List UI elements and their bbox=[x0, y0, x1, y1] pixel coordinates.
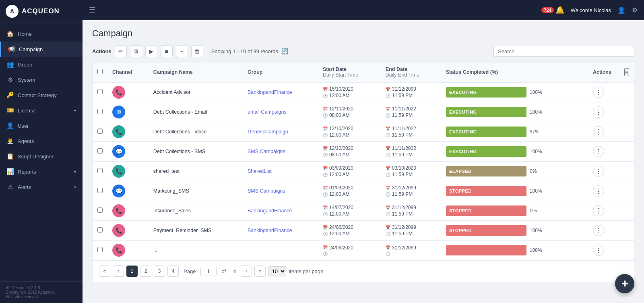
status-cell: EXECUTING 100% bbox=[441, 82, 588, 102]
copy-button[interactable]: ⧉ bbox=[130, 45, 142, 57]
row-checkbox[interactable] bbox=[97, 89, 103, 94]
row-action-menu-button[interactable]: ⋮ bbox=[593, 245, 604, 256]
sidebar-item-alerts[interactable]: ⚠ Alerts ▾ bbox=[0, 179, 83, 195]
sidebar-item-group[interactable]: 👥 Group bbox=[0, 57, 83, 72]
page-button-3[interactable]: 3 bbox=[154, 266, 165, 277]
records-info: Showing 1 - 10 of 39 records bbox=[211, 48, 278, 54]
row-action-menu-button[interactable]: ⋮ bbox=[593, 106, 604, 118]
license-icon: 🎫 bbox=[6, 107, 14, 114]
row-action-menu-button[interactable]: ⋮ bbox=[593, 185, 604, 197]
alerts-icon: ⚠ bbox=[6, 183, 14, 191]
campaign-name-cell: Accident Advisor bbox=[149, 82, 243, 102]
group-cell: SMS Campaigns bbox=[243, 181, 318, 201]
status-bar-wrap: ELAPSED 0% bbox=[446, 166, 583, 176]
search-input[interactable] bbox=[493, 46, 634, 57]
sidebar-item-label: License bbox=[18, 108, 36, 114]
row-action-menu-button[interactable]: ⋮ bbox=[593, 146, 604, 157]
start-date-cell: 📅 24/06/2020 🕐 12:00 AM bbox=[323, 224, 376, 237]
row-checkbox[interactable] bbox=[97, 227, 103, 232]
sidebar-item-system[interactable]: ⚙ System bbox=[0, 72, 83, 87]
row-action-menu-button[interactable]: ⋮ bbox=[593, 126, 604, 137]
sidebar-item-label: Alerts bbox=[18, 184, 31, 190]
start-date-cell: 📅 12/10/2020 🕐 08:00 AM bbox=[323, 106, 376, 118]
page-input[interactable] bbox=[200, 267, 217, 276]
select-all-checkbox[interactable] bbox=[97, 69, 103, 74]
row-checkbox[interactable] bbox=[97, 109, 103, 114]
campaign-table: Channel Campaign Name Group Start DateDa… bbox=[92, 62, 634, 282]
bell-icon: 🔔 bbox=[555, 6, 564, 15]
first-page-button[interactable]: « bbox=[99, 266, 110, 277]
settings-icon[interactable]: ⚙ bbox=[632, 6, 638, 14]
version-text: AE Version: 4.2.1.8 bbox=[6, 286, 77, 290]
table-settings-button[interactable]: ≡ bbox=[624, 68, 629, 76]
channel-icon: ✉ bbox=[112, 106, 125, 118]
row-action-menu-button[interactable]: ⋮ bbox=[593, 225, 604, 236]
end-date-cell: 📅 11/11/2022 🕐 11:59 PM bbox=[386, 126, 436, 138]
fab-button[interactable]: ✚ bbox=[615, 274, 634, 293]
table-row: 📞 Accident Advisor BankingandFinance 📅 1… bbox=[93, 82, 634, 102]
sidebar-item-label: Home bbox=[18, 31, 32, 37]
table-row: 📞 Insurance_Sales BankingandFinance 📅 14… bbox=[93, 201, 634, 221]
minus-button[interactable]: − bbox=[176, 45, 188, 57]
sidebar-item-user[interactable]: 👤 User bbox=[0, 118, 83, 133]
notification-bell[interactable]: 724 🔔 bbox=[541, 6, 564, 15]
row-action-menu-button[interactable]: ⋮ bbox=[593, 87, 604, 98]
end-date-cell: 📅 03/10/2020 🕐 11:59 PM bbox=[386, 165, 436, 177]
end-date-cell: 📅 31/12/2099 🕐 11:59 PM bbox=[386, 86, 436, 98]
start-date-cell: 📅 15/10/2020 🕐 12:00 AM bbox=[323, 86, 376, 98]
sidebar-item-home[interactable]: 🏠 Home bbox=[0, 26, 83, 42]
status-bar: EXECUTING bbox=[446, 107, 526, 117]
row-checkbox[interactable] bbox=[97, 188, 103, 193]
hamburger-menu[interactable]: ☰ bbox=[89, 6, 95, 15]
table-row: 💬 Marketing_SMS SMS Campaigns 📅 01/09/20… bbox=[93, 181, 634, 201]
top-header: ☰ 724 🔔 Welcome Nicolas 👤 ⚙ bbox=[83, 0, 644, 20]
col-header-start-date: Start DateDaily Start Time bbox=[318, 62, 381, 82]
last-page-button[interactable]: » bbox=[254, 266, 266, 277]
sidebar-item-label: Reports bbox=[18, 169, 36, 175]
start-date-cell: 📅 14/07/2020 🕐 12:00 AM bbox=[323, 205, 376, 217]
stop-button[interactable]: ■ bbox=[161, 45, 173, 57]
user-icon: 👤 bbox=[6, 122, 14, 129]
row-checkbox[interactable] bbox=[97, 129, 103, 134]
start-date-cell: 📅 03/09/2020 🕐 12:00 AM bbox=[323, 165, 376, 177]
sidebar-item-contact-strategy[interactable]: 🔑 Contact Strategy bbox=[0, 87, 83, 103]
status-bar: EXECUTING bbox=[446, 146, 526, 157]
sidebar-item-license[interactable]: 🎫 License ▾ bbox=[0, 103, 83, 118]
group-cell bbox=[243, 241, 318, 260]
row-action-menu-button[interactable]: ⋮ bbox=[593, 166, 604, 177]
items-per-page-select[interactable]: 10 25 50 bbox=[268, 266, 286, 276]
play-button[interactable]: ▶ bbox=[145, 45, 157, 57]
status-cell: 100% bbox=[441, 241, 588, 260]
page-button-2[interactable]: 2 bbox=[140, 266, 151, 277]
next-page-button[interactable]: › bbox=[241, 266, 252, 277]
sidebar-item-script-designer[interactable]: 📋 Script Designer bbox=[0, 149, 83, 164]
logo-icon: A bbox=[6, 5, 19, 18]
sidebar-item-reports[interactable]: 📊 Reports ▾ bbox=[0, 164, 83, 179]
row-checkbox[interactable] bbox=[97, 168, 103, 173]
page-button-1[interactable]: 1 bbox=[126, 266, 138, 277]
group-cell: email Campaigns bbox=[243, 102, 318, 122]
copyright-text: Copyright © 2019 Acqueon. bbox=[6, 290, 77, 295]
prev-page-button[interactable]: ‹ bbox=[113, 266, 124, 277]
row-action-menu-button[interactable]: ⋮ bbox=[593, 205, 604, 216]
sidebar-item-label: Agents bbox=[18, 138, 34, 144]
refresh-button[interactable]: 🔄 bbox=[281, 48, 288, 54]
status-cell: EXECUTING 97% bbox=[441, 122, 588, 142]
col-header-campaign-name: Campaign Name bbox=[149, 62, 243, 82]
row-checkbox[interactable] bbox=[97, 208, 103, 213]
sidebar-item-agents[interactable]: 👨‍💼 Agents bbox=[0, 133, 83, 149]
pct-text: 100% bbox=[530, 149, 542, 154]
status-bar-wrap: STOPPED 0% bbox=[446, 205, 583, 216]
channel-icon: 📞 bbox=[112, 224, 125, 237]
row-checkbox[interactable] bbox=[97, 247, 103, 252]
page-button-4[interactable]: 4 bbox=[167, 266, 179, 277]
edit-button[interactable]: ✏ bbox=[115, 45, 127, 57]
delete-button[interactable]: 🗑 bbox=[191, 45, 203, 57]
pct-text: 100% bbox=[530, 188, 542, 194]
sidebar-item-label: User bbox=[18, 123, 29, 129]
col-header-status: Status Completed (%) bbox=[441, 62, 588, 82]
col-header-actions: Actions ≡ bbox=[588, 62, 634, 82]
sidebar-item-campaign[interactable]: 📢 Campaign bbox=[0, 42, 83, 57]
user-avatar-icon[interactable]: 👤 bbox=[617, 6, 625, 14]
row-checkbox[interactable] bbox=[97, 148, 103, 154]
